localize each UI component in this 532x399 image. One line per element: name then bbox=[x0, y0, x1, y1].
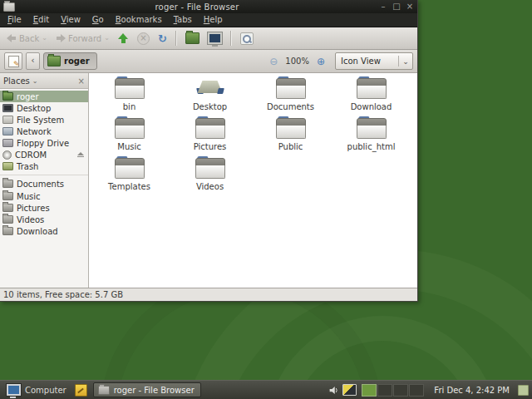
file-item[interactable]: Music bbox=[92, 116, 167, 156]
path-tab-roger[interactable]: roger bbox=[43, 52, 97, 70]
window-content: Places ⌄ × roger Desktop bbox=[0, 73, 417, 288]
search-button[interactable] bbox=[237, 31, 257, 47]
close-pane-icon[interactable]: × bbox=[78, 76, 85, 86]
menu-item[interactable]: Go bbox=[86, 13, 110, 27]
folder-icon bbox=[357, 116, 387, 139]
workspace-cell[interactable] bbox=[393, 384, 408, 397]
place-icon bbox=[2, 116, 13, 124]
system-tray: Fri Dec 4, 2:42 PM bbox=[328, 384, 529, 397]
home-button[interactable] bbox=[182, 31, 203, 46]
file-item[interactable]: Pictures bbox=[173, 116, 248, 156]
stop-button[interactable] bbox=[134, 31, 153, 47]
maximize-button[interactable]: □ bbox=[392, 2, 401, 11]
place-label: Documents bbox=[17, 180, 64, 189]
titlebar[interactable]: roger - File Browser – □ × bbox=[0, 0, 417, 13]
desktop-button[interactable] bbox=[204, 31, 225, 46]
icon-view[interactable]: bin Desktop Documents bbox=[89, 73, 417, 288]
place-label: Desktop bbox=[17, 104, 51, 113]
refresh-button[interactable]: ↻ bbox=[155, 32, 170, 46]
arrow-left-icon bbox=[7, 34, 17, 42]
page-edit-icon: ✎ bbox=[8, 56, 19, 67]
sidebar-item[interactable]: Pictures bbox=[0, 202, 88, 214]
forward-button[interactable]: Forward ⌄ bbox=[52, 32, 113, 45]
file-item[interactable]: Templates bbox=[92, 156, 167, 196]
computer-menu-button[interactable]: Computer bbox=[3, 383, 70, 397]
places-list: roger Desktop File System bbox=[0, 89, 88, 288]
eject-icon[interactable] bbox=[77, 152, 84, 157]
place-icon bbox=[2, 139, 13, 147]
file-item[interactable]: Documents bbox=[254, 76, 328, 116]
places-header[interactable]: Places ⌄ × bbox=[0, 73, 88, 89]
workspace-pager bbox=[362, 384, 424, 397]
folder-icon bbox=[276, 116, 306, 139]
workspace-cell[interactable] bbox=[362, 384, 377, 397]
place-icon bbox=[2, 104, 13, 112]
arrow-right-icon bbox=[56, 34, 66, 42]
place-icon bbox=[2, 192, 13, 200]
volume-icon[interactable] bbox=[328, 385, 339, 396]
taskbar-window-button[interactable]: roger - File Browser bbox=[93, 382, 201, 397]
clock: Fri Dec 4, 2:42 PM bbox=[434, 386, 510, 395]
display-tray-icon[interactable] bbox=[342, 384, 357, 396]
menu-item[interactable]: Edit bbox=[27, 13, 55, 27]
file-item[interactable]: public_html bbox=[334, 116, 409, 156]
window-title: roger - File Browser bbox=[18, 2, 376, 12]
pathbar: ✎ ‹ roger ⊖ 100% ⊕ Icon View ⌄ bbox=[0, 50, 417, 73]
back-button[interactable]: Back ⌄ bbox=[3, 32, 51, 45]
file-label: Pictures bbox=[194, 142, 227, 151]
place-label: roger bbox=[17, 92, 39, 101]
show-desktop-icon[interactable] bbox=[518, 385, 529, 396]
place-icon bbox=[2, 204, 13, 212]
chevron-down-icon: ⌄ bbox=[399, 57, 412, 66]
file-item[interactable]: Public bbox=[254, 116, 328, 156]
place-label: Videos bbox=[17, 215, 44, 224]
workspace-cell[interactable] bbox=[409, 384, 424, 397]
place-label: Download bbox=[17, 227, 58, 236]
file-item[interactable]: Download bbox=[334, 76, 409, 116]
sidebar-item[interactable]: Download bbox=[0, 225, 88, 237]
folder-icon bbox=[195, 116, 225, 139]
menu-item[interactable]: Bookmarks bbox=[110, 13, 168, 27]
file-label: Download bbox=[351, 102, 392, 111]
file-label: Music bbox=[117, 142, 140, 151]
sidebar-item[interactable]: Floppy Drive bbox=[0, 137, 88, 149]
sidebar-item[interactable]: File System bbox=[0, 114, 88, 126]
folder-icon bbox=[276, 76, 306, 99]
zoom-in-button[interactable]: ⊕ bbox=[315, 57, 327, 66]
refresh-icon: ↻ bbox=[158, 33, 167, 44]
sidebar-item[interactable]: Music bbox=[0, 190, 88, 202]
place-label: File System bbox=[17, 116, 64, 125]
menu-item[interactable]: Tabs bbox=[168, 13, 198, 27]
window-folder-icon bbox=[3, 2, 15, 12]
zoom-out-button[interactable]: ⊖ bbox=[268, 57, 279, 66]
file-item[interactable]: Videos bbox=[173, 156, 248, 196]
file-label: Templates bbox=[108, 182, 150, 191]
text-editor-launcher[interactable] bbox=[75, 383, 88, 397]
place-icon bbox=[2, 150, 12, 160]
file-item[interactable]: Desktop bbox=[173, 76, 248, 116]
sidebar-item[interactable]: Documents bbox=[0, 175, 88, 190]
sidebar-item[interactable]: Network bbox=[0, 126, 88, 137]
new-tab-button[interactable]: ✎ bbox=[4, 52, 22, 70]
pencil-icon: ✎ bbox=[13, 61, 20, 68]
place-label: Network bbox=[17, 127, 52, 136]
menu-item[interactable]: Help bbox=[198, 13, 229, 27]
sidebar-item[interactable]: roger bbox=[0, 91, 88, 102]
open-folder-icon bbox=[47, 56, 61, 66]
minimize-button[interactable]: – bbox=[379, 2, 387, 11]
arrow-up-icon bbox=[118, 33, 129, 43]
view-mode-dropdown[interactable]: Icon View ⌄ bbox=[335, 52, 413, 70]
menu-item[interactable]: File bbox=[2, 13, 27, 27]
close-button[interactable]: × bbox=[406, 2, 414, 11]
sidebar-item[interactable]: Trash bbox=[0, 160, 88, 172]
path-scroll-left-button[interactable]: ‹ bbox=[26, 52, 40, 70]
file-browser-window: roger - File Browser – □ × FileEditViewG… bbox=[0, 0, 418, 302]
menu-item[interactable]: View bbox=[55, 13, 86, 27]
sidebar-item[interactable]: Desktop bbox=[0, 102, 88, 114]
up-button[interactable] bbox=[115, 32, 132, 45]
computer-icon bbox=[7, 384, 21, 396]
file-item[interactable]: bin bbox=[92, 76, 167, 116]
sidebar-item[interactable]: CDROM bbox=[0, 149, 88, 160]
sidebar-item[interactable]: Videos bbox=[0, 214, 88, 225]
workspace-cell[interactable] bbox=[377, 384, 392, 397]
